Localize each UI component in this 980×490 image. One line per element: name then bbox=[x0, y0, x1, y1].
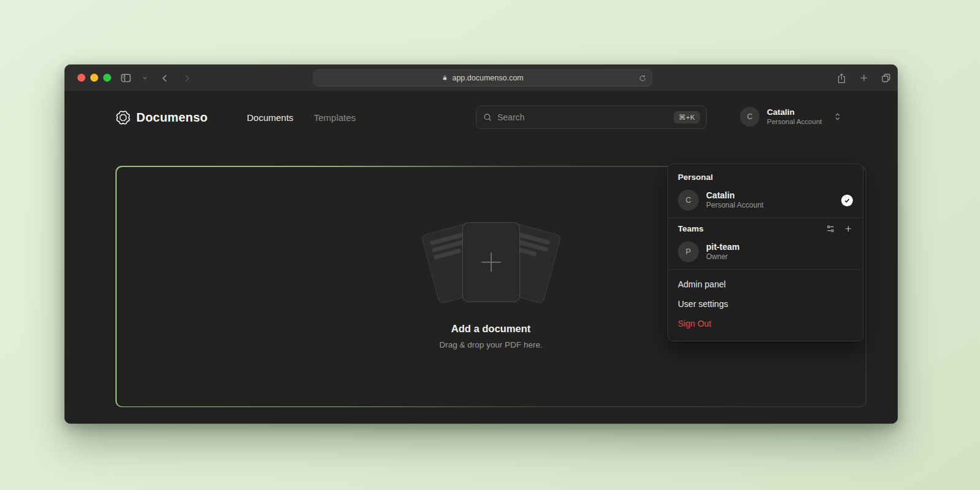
team-name: pit-team bbox=[706, 242, 853, 252]
account-name: Catalin bbox=[767, 107, 822, 117]
page-content: Documenso Documents Templates ⌘+K C Cata… bbox=[64, 91, 898, 424]
chevron-left-icon bbox=[160, 73, 170, 84]
chevron-right-icon bbox=[182, 73, 192, 84]
close-window-button[interactable] bbox=[77, 74, 85, 82]
avatar: C bbox=[740, 107, 760, 126]
chevrons-up-down-icon bbox=[833, 112, 842, 122]
add-document-plus-icon bbox=[477, 248, 505, 276]
team-role: Owner bbox=[706, 252, 853, 262]
plus-icon bbox=[859, 73, 869, 83]
personal-account-item[interactable]: C Catalin Personal Account bbox=[668, 185, 863, 217]
avatar: C bbox=[678, 190, 699, 211]
back-button[interactable] bbox=[157, 71, 172, 85]
nav-documents[interactable]: Documents bbox=[247, 112, 294, 123]
account-subtitle: Personal Account bbox=[767, 117, 822, 126]
search-bar: ⌘+K bbox=[476, 106, 707, 129]
search-input[interactable] bbox=[497, 112, 674, 122]
nav-templates[interactable]: Templates bbox=[314, 112, 356, 123]
dropzone-subtitle: Drag & drop your PDF here. bbox=[439, 340, 542, 349]
tab-overview-button[interactable] bbox=[879, 71, 893, 85]
documenso-logo-icon bbox=[115, 110, 131, 125]
personal-section-label: Personal bbox=[668, 166, 863, 185]
sidebar-icon bbox=[120, 72, 132, 84]
chevron-down-icon bbox=[142, 75, 148, 81]
search-shortcut-badge: ⌘+K bbox=[674, 111, 700, 123]
team-item[interactable]: P pit-team Owner bbox=[668, 237, 863, 269]
sidebar-menu-chevron[interactable] bbox=[141, 71, 149, 85]
plus-icon bbox=[844, 224, 853, 233]
account-menu-trigger[interactable]: C Catalin Personal Account bbox=[740, 107, 842, 126]
tabs-icon bbox=[881, 72, 892, 84]
team-settings-icon bbox=[826, 224, 835, 233]
minimize-window-button[interactable] bbox=[90, 74, 98, 82]
share-button[interactable] bbox=[834, 71, 849, 85]
menu-item-admin-panel[interactable]: Admin panel bbox=[668, 274, 863, 294]
document-stack-illustration bbox=[427, 221, 556, 305]
lock-icon bbox=[441, 74, 448, 82]
browser-toolbar: app.documenso.com bbox=[64, 64, 898, 91]
personal-account-name: Catalin bbox=[706, 190, 834, 201]
share-icon bbox=[836, 72, 847, 84]
menu-item-sign-out[interactable]: Sign Out bbox=[668, 314, 863, 333]
account-dropdown-menu: Personal C Catalin Personal Account Team… bbox=[667, 163, 863, 341]
url-text: app.documenso.com bbox=[452, 74, 523, 82]
forward-button[interactable] bbox=[179, 71, 194, 85]
manage-teams-button[interactable] bbox=[826, 224, 835, 233]
search-icon bbox=[483, 112, 492, 122]
selected-check-icon bbox=[841, 195, 853, 206]
brand[interactable]: Documenso bbox=[115, 110, 208, 125]
traffic-lights bbox=[77, 74, 111, 82]
dropzone-title: Add a document bbox=[451, 323, 531, 335]
avatar: P bbox=[678, 241, 699, 262]
teams-label-text: Teams bbox=[678, 224, 704, 233]
zoom-window-button[interactable] bbox=[103, 74, 111, 82]
address-bar[interactable]: app.documenso.com bbox=[313, 69, 652, 87]
personal-account-subtitle: Personal Account bbox=[706, 201, 834, 210]
browser-window: app.documenso.com bbox=[64, 64, 898, 424]
new-tab-button[interactable] bbox=[857, 71, 871, 85]
reload-icon bbox=[639, 74, 647, 82]
document-card-center bbox=[462, 222, 520, 302]
sidebar-toggle-button[interactable] bbox=[119, 71, 133, 85]
brand-name: Documenso bbox=[136, 111, 208, 125]
teams-section-label: Teams bbox=[668, 218, 863, 237]
reload-button[interactable] bbox=[639, 74, 647, 82]
menu-item-user-settings[interactable]: User settings bbox=[668, 294, 863, 314]
create-team-button[interactable] bbox=[844, 224, 853, 233]
